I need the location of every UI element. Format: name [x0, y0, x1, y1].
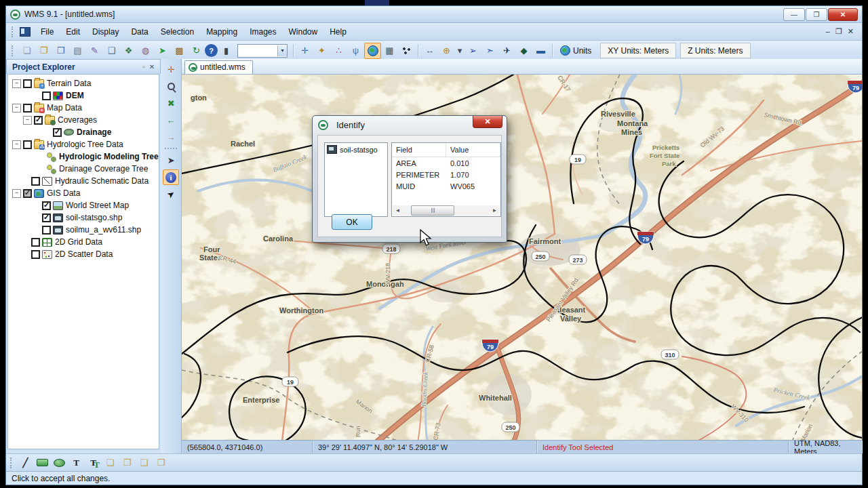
tree-item-coverages[interactable]: − Coverages	[8, 114, 159, 126]
save-file-button[interactable]: ❒	[52, 43, 69, 59]
help-button[interactable]: ?	[205, 44, 218, 57]
menu-data[interactable]: Data	[125, 25, 154, 39]
zoom-tool[interactable]	[163, 79, 179, 94]
horizontal-scrollbar[interactable]: ◄ ►	[393, 205, 500, 216]
checkbox[interactable]	[42, 92, 51, 100]
expander-icon[interactable]: −	[23, 116, 32, 125]
ok-button[interactable]: OK	[332, 214, 372, 230]
map-viewport[interactable]: gton Rachel Buffalo Creek Four States Ca…	[182, 75, 862, 440]
combobox-arrow-icon[interactable]: ▾	[277, 45, 287, 56]
tree-branch-button[interactable]: ψ	[347, 43, 364, 59]
send-to-back-button[interactable]: ❐	[119, 455, 136, 471]
bring-to-front-button[interactable]: ❏	[102, 455, 119, 471]
dropdown-arrow-button[interactable]: ▾	[455, 43, 465, 59]
checkbox[interactable]	[23, 189, 32, 198]
document-tab[interactable]: untitled.wms	[184, 60, 253, 74]
bring-forward-button[interactable]: ❑	[136, 455, 153, 471]
delete-button[interactable]: ▮	[218, 43, 235, 59]
send-backward-button[interactable]: ❒	[153, 455, 170, 471]
minimize-button[interactable]: —	[783, 8, 805, 21]
tree-item-world-street-map[interactable]: World Street Map	[8, 199, 159, 211]
menu-mapping[interactable]: Mapping	[200, 25, 243, 39]
menu-selection[interactable]: Selection	[155, 25, 200, 39]
expander-icon[interactable]: −	[12, 79, 21, 88]
previous-view-button[interactable]: ←	[163, 113, 179, 128]
tree-item-2d-grid[interactable]: 2D Grid Data	[8, 236, 159, 248]
checkbox[interactable]	[23, 140, 32, 149]
new-file-button[interactable]: ❏	[18, 43, 35, 59]
scroll-left-arrow[interactable]: ◄	[393, 205, 403, 216]
menu-edit[interactable]: Edit	[60, 25, 86, 39]
checkbox[interactable]	[42, 214, 51, 222]
refresh-button[interactable]: ↻	[188, 43, 205, 59]
tree-item-hydrologic-modeling-tree[interactable]: Hydrologic Modeling Tree	[8, 150, 159, 163]
add-layer-button[interactable]: ⊕	[438, 43, 455, 59]
tree-item-soilmu[interactable]: soilmu_a_wv611.shp	[8, 224, 159, 236]
checkbox[interactable]	[23, 104, 32, 113]
identify-close-button[interactable]: ✕	[473, 116, 502, 128]
export-tool-button[interactable]: ◆	[515, 43, 532, 59]
draw-rectangle-tool[interactable]	[34, 455, 51, 471]
tree-item-hydraulic-schematic[interactable]: Hydraulic Schematic Data	[8, 175, 159, 187]
mapping-flight-button[interactable]: ✈	[498, 43, 515, 59]
properties-button[interactable]: ▩	[171, 43, 188, 59]
checkbox[interactable]	[42, 201, 51, 210]
tree-item-soil-statsgo[interactable]: soil-statsgo.shp	[8, 211, 159, 224]
menu-help[interactable]: Help	[323, 25, 353, 39]
expander-icon[interactable]: −	[12, 104, 21, 113]
checkbox[interactable]	[31, 238, 40, 247]
identify-dialog[interactable]: Identify ✕ soil-statsgo Field Value AREA…	[312, 115, 507, 243]
run-model-button[interactable]: ➤	[154, 43, 171, 59]
display-options-button[interactable]: ◍	[137, 43, 154, 59]
checkbox[interactable]	[53, 128, 62, 137]
expander-icon[interactable]: −	[12, 189, 21, 198]
print-button[interactable]: ▤	[69, 43, 86, 59]
units-button[interactable]: Units	[555, 44, 596, 57]
expander-icon[interactable]: −	[12, 140, 21, 149]
page-layout-button[interactable]: ❑	[103, 43, 120, 59]
explorer-close-button[interactable]: ✕	[149, 63, 155, 70]
column-header-field[interactable]: Field	[392, 143, 446, 157]
feather-tool-button[interactable]: ✎	[86, 43, 103, 59]
tree-item-drainage-coverage-tree[interactable]: Drainage Coverage Tree	[8, 163, 159, 175]
digitize-tool-button[interactable]: ➢	[465, 43, 481, 59]
measure-button[interactable]: ↔	[421, 43, 438, 59]
north-arrow-button[interactable]: ✦	[313, 43, 330, 59]
layer-list-item[interactable]: soil-statsgo	[325, 143, 387, 156]
child-window-icon[interactable]	[20, 27, 31, 37]
scroll-right-arrow[interactable]: ►	[490, 205, 500, 216]
feature-nodes-button[interactable]: ∴	[330, 43, 347, 59]
pan-tool[interactable]: ✛	[163, 62, 179, 77]
tree-item-map-data[interactable]: − ✳ Map Data	[8, 102, 159, 114]
tree-item-hydrologic-tree-data[interactable]: − ⁂ Hydrologic Tree Data	[8, 138, 159, 150]
identify-attributes-table[interactable]: Field Value AREA 0.010 PERIMETER 1.070 M…	[391, 142, 501, 217]
menu-file[interactable]: File	[35, 25, 60, 39]
identify-layer-list[interactable]: soil-statsgo	[324, 142, 388, 217]
menu-display[interactable]: Display	[86, 25, 125, 39]
tree-item-2d-scatter[interactable]: 2D Scatter Data	[8, 248, 159, 260]
close-button[interactable]: ✕	[828, 8, 858, 21]
menu-window[interactable]: Window	[283, 25, 324, 39]
title-bar[interactable]: WMS 9.1 - [untitled.wms] — ❐ ✕	[6, 6, 862, 23]
tree-item-drainage[interactable]: Drainage	[8, 126, 159, 138]
draw-oval-tool[interactable]	[51, 455, 68, 471]
next-view-button[interactable]: →	[163, 129, 179, 145]
tree-item-gis-data[interactable]: − GIS Data	[8, 187, 159, 199]
tree-item-dem[interactable]: DEM	[8, 89, 159, 102]
tree-item-terrain-data[interactable]: − + Terrain Data	[8, 77, 159, 89]
column-header-value[interactable]: Value	[446, 143, 500, 157]
checkbox[interactable]	[34, 116, 43, 125]
project-explorer-header[interactable]: Project Explorer ▫ ✕	[6, 59, 161, 74]
open-file-button[interactable]: ❐	[35, 43, 52, 59]
table-header-row[interactable]: Field Value	[392, 143, 500, 157]
select-objects-tool[interactable]: ➤	[163, 152, 179, 168]
menu-images[interactable]: Images	[243, 25, 282, 39]
bucket-tool-button[interactable]: ▬	[532, 43, 549, 59]
scatter-module-button[interactable]	[398, 43, 415, 59]
mdi-minimize-button[interactable]: –	[826, 27, 830, 36]
identify-tool[interactable]: i	[163, 169, 179, 185]
zoom-extents-tool[interactable]: ✖	[163, 96, 179, 111]
mdi-close-button[interactable]: ✕	[848, 27, 854, 36]
pointer-tool[interactable]: ➤	[160, 183, 182, 205]
frame-extents-button[interactable]: ❖	[120, 43, 137, 59]
